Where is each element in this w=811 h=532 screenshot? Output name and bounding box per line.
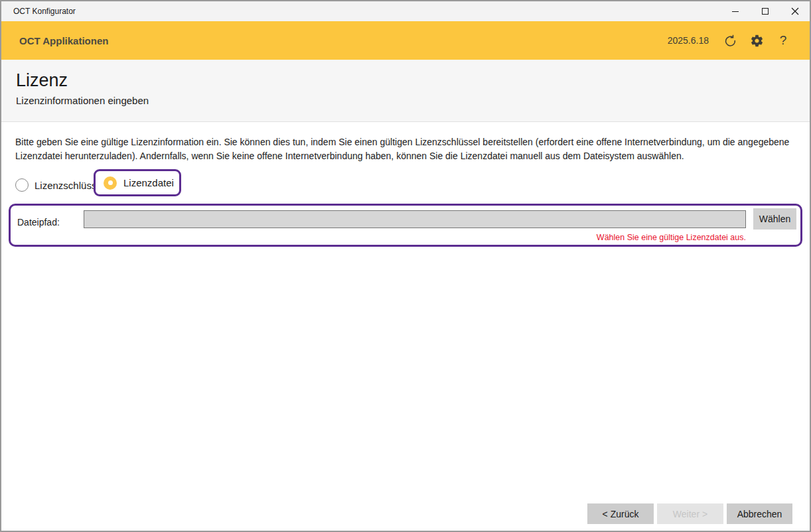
page-header: Lizenz Lizenzinformationen eingeben [1, 60, 810, 122]
close-icon [791, 7, 799, 15]
app-title: OCT Applikationen [1, 35, 108, 46]
radio-selected-icon [104, 176, 117, 190]
radio-option-lizenzschluessel[interactable]: Lizenzschlüssel [15, 177, 104, 193]
cancel-button[interactable]: Abbrechen [727, 503, 792, 524]
refresh-icon [723, 34, 737, 48]
appbar-actions: 2025.6.18 ? [668, 27, 810, 54]
radio-option-lizenzdatei[interactable]: Lizenzdatei [94, 169, 181, 196]
validation-error-text: Wählen Sie eine gültige Lizenzdatei aus. [84, 233, 746, 242]
maximize-button[interactable] [750, 1, 780, 21]
help-icon: ? [780, 33, 787, 48]
refresh-button[interactable] [717, 27, 743, 54]
titlebar: OCT Konfigurator [1, 1, 810, 21]
maximize-icon [762, 8, 769, 15]
window-title: OCT Konfigurator [1, 7, 76, 16]
window-controls [720, 1, 810, 21]
radio-label-lizenzdatei: Lizenzdatei [123, 177, 174, 188]
version-label: 2025.6.18 [668, 35, 709, 46]
app-header-bar: OCT Applikationen 2025.6.18 ? [1, 21, 810, 60]
intro-text: Bitte geben Sie eine gültige Lizenzinfor… [15, 135, 796, 163]
minimize-button[interactable] [720, 1, 750, 21]
minimize-icon [732, 11, 739, 12]
settings-button[interactable] [743, 27, 770, 54]
app-window: OCT Konfigurator OCT Applikationen 2025.… [0, 0, 811, 532]
next-button: Weiter > [657, 503, 723, 524]
back-button[interactable]: < Zurück [587, 503, 654, 524]
radio-unselected-icon [15, 178, 29, 192]
file-path-label: Dateipfad: [17, 217, 60, 228]
settings-gear-icon [750, 34, 764, 48]
file-path-input [84, 210, 746, 228]
file-path-section: Dateipfad: Wählen Wählen Sie eine gültig… [9, 204, 802, 247]
close-button[interactable] [780, 1, 810, 21]
help-button[interactable]: ? [770, 27, 796, 54]
page-title: Lizenz [16, 70, 810, 91]
page-subtitle: Lizenzinformationen eingeben [16, 95, 810, 106]
choose-file-button[interactable]: Wählen [753, 208, 796, 230]
